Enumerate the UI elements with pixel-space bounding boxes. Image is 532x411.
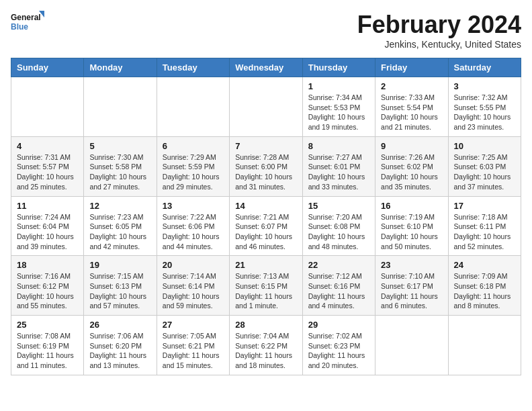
table-row: 1Sunrise: 7:34 AMSunset: 5:53 PMDaylight… [302,77,375,137]
day-number: 12 [89,201,150,211]
table-row: 29Sunrise: 7:02 AMSunset: 6:23 PMDayligh… [302,316,375,375]
day-number: 27 [163,320,224,330]
day-number: 6 [163,141,224,151]
day-info: Sunrise: 7:29 AMSunset: 5:59 PMDaylight:… [163,152,224,192]
table-row: 13Sunrise: 7:22 AMSunset: 6:06 PMDayligh… [157,196,229,256]
day-info: Sunrise: 7:18 AMSunset: 6:11 PMDaylight:… [454,212,515,252]
table-row: 20Sunrise: 7:14 AMSunset: 6:14 PMDayligh… [157,256,229,316]
day-number: 26 [89,320,150,330]
day-number: 7 [235,141,296,151]
day-number: 9 [381,141,442,151]
title-area: February 2024 Jenkins, Kentucky, United … [357,11,521,50]
table-row: 28Sunrise: 7:04 AMSunset: 6:22 PMDayligh… [230,316,302,375]
table-row: 9Sunrise: 7:26 AMSunset: 6:02 PMDaylight… [375,136,448,196]
day-info: Sunrise: 7:34 AMSunset: 5:53 PMDaylight:… [308,93,369,132]
day-info: Sunrise: 7:05 AMSunset: 6:21 PMDaylight:… [163,331,224,371]
header-thursday: Thursday [302,58,375,77]
header-monday: Monday [84,58,157,77]
day-info: Sunrise: 7:10 AMSunset: 6:17 PMDaylight:… [381,271,442,311]
day-number: 11 [17,201,78,211]
table-row: 25Sunrise: 7:08 AMSunset: 6:19 PMDayligh… [11,316,84,375]
table-row [230,77,302,137]
day-number: 18 [17,260,78,270]
day-number: 23 [381,260,442,270]
table-row: 17Sunrise: 7:18 AMSunset: 6:11 PMDayligh… [448,196,521,256]
day-info: Sunrise: 7:33 AMSunset: 5:54 PMDaylight:… [381,93,442,132]
day-info: Sunrise: 7:25 AMSunset: 6:03 PMDaylight:… [454,152,515,192]
table-row: 10Sunrise: 7:25 AMSunset: 6:03 PMDayligh… [448,136,521,196]
day-info: Sunrise: 7:21 AMSunset: 6:07 PMDaylight:… [235,212,296,252]
table-row: 3Sunrise: 7:32 AMSunset: 5:55 PMDaylight… [448,77,521,137]
day-number: 10 [454,141,515,151]
day-number: 14 [235,201,296,211]
header-wednesday: Wednesday [230,58,302,77]
table-row: 18Sunrise: 7:16 AMSunset: 6:12 PMDayligh… [11,256,84,316]
day-number: 21 [235,260,296,270]
day-info: Sunrise: 7:06 AMSunset: 6:20 PMDaylight:… [89,331,150,371]
day-number: 19 [89,260,150,270]
day-number: 2 [381,81,442,91]
weekday-header-row: Sunday Monday Tuesday Wednesday Thursday… [11,58,521,77]
table-row [157,77,229,137]
table-row: 11Sunrise: 7:24 AMSunset: 6:04 PMDayligh… [11,196,84,256]
day-info: Sunrise: 7:24 AMSunset: 6:04 PMDaylight:… [17,212,78,252]
day-number: 8 [308,141,369,151]
header-saturday: Saturday [448,58,521,77]
calendar-week-row: 18Sunrise: 7:16 AMSunset: 6:12 PMDayligh… [11,256,521,316]
day-info: Sunrise: 7:23 AMSunset: 6:05 PMDaylight:… [89,212,150,252]
table-row [375,316,448,375]
header-sunday: Sunday [11,58,84,77]
day-info: Sunrise: 7:26 AMSunset: 6:02 PMDaylight:… [381,152,442,192]
day-number: 3 [454,81,515,91]
day-info: Sunrise: 7:08 AMSunset: 6:19 PMDaylight:… [17,331,78,371]
day-info: Sunrise: 7:27 AMSunset: 6:01 PMDaylight:… [308,152,369,192]
table-row: 27Sunrise: 7:05 AMSunset: 6:21 PMDayligh… [157,316,229,375]
table-row: 15Sunrise: 7:20 AMSunset: 6:08 PMDayligh… [302,196,375,256]
day-info: Sunrise: 7:04 AMSunset: 6:22 PMDaylight:… [235,331,296,371]
day-number: 16 [381,201,442,211]
table-row: 6Sunrise: 7:29 AMSunset: 5:59 PMDaylight… [157,136,229,196]
day-number: 5 [89,141,150,151]
table-row: 26Sunrise: 7:06 AMSunset: 6:20 PMDayligh… [84,316,157,375]
table-row: 24Sunrise: 7:09 AMSunset: 6:18 PMDayligh… [448,256,521,316]
day-number: 29 [308,320,369,330]
day-info: Sunrise: 7:09 AMSunset: 6:18 PMDaylight:… [454,271,515,311]
table-row: 22Sunrise: 7:12 AMSunset: 6:16 PMDayligh… [302,256,375,316]
day-number: 20 [163,260,224,270]
day-info: Sunrise: 7:12 AMSunset: 6:16 PMDaylight:… [308,271,369,311]
day-info: Sunrise: 7:02 AMSunset: 6:23 PMDaylight:… [308,331,369,371]
month-title: February 2024 [357,11,521,39]
day-info: Sunrise: 7:22 AMSunset: 6:06 PMDaylight:… [163,212,224,252]
table-row: 16Sunrise: 7:19 AMSunset: 6:10 PMDayligh… [375,196,448,256]
logo: General Blue [11,11,44,35]
day-number: 4 [17,141,78,151]
day-info: Sunrise: 7:28 AMSunset: 6:00 PMDaylight:… [235,152,296,192]
location-title: Jenkins, Kentucky, United States [357,39,521,50]
day-number: 15 [308,201,369,211]
day-number: 28 [235,320,296,330]
svg-text:General: General [11,13,41,22]
day-number: 22 [308,260,369,270]
day-number: 17 [454,201,515,211]
table-row: 8Sunrise: 7:27 AMSunset: 6:01 PMDaylight… [302,136,375,196]
table-row: 2Sunrise: 7:33 AMSunset: 5:54 PMDaylight… [375,77,448,137]
table-row [11,77,84,137]
day-info: Sunrise: 7:30 AMSunset: 5:58 PMDaylight:… [89,152,150,192]
day-info: Sunrise: 7:20 AMSunset: 6:08 PMDaylight:… [308,212,369,252]
day-number: 1 [308,81,369,91]
calendar-week-row: 1Sunrise: 7:34 AMSunset: 5:53 PMDaylight… [11,77,521,137]
day-info: Sunrise: 7:14 AMSunset: 6:14 PMDaylight:… [163,271,224,311]
day-info: Sunrise: 7:13 AMSunset: 6:15 PMDaylight:… [235,271,296,311]
header-friday: Friday [375,58,448,77]
table-row [84,77,157,137]
day-info: Sunrise: 7:15 AMSunset: 6:13 PMDaylight:… [89,271,150,311]
day-number: 24 [454,260,515,270]
table-row: 14Sunrise: 7:21 AMSunset: 6:07 PMDayligh… [230,196,302,256]
logo-svg: General Blue [11,11,44,35]
header: General Blue February 2024 Jenkins, Kent… [11,11,521,50]
calendar-week-row: 4Sunrise: 7:31 AMSunset: 5:57 PMDaylight… [11,136,521,196]
table-row: 7Sunrise: 7:28 AMSunset: 6:00 PMDaylight… [230,136,302,196]
calendar-week-row: 11Sunrise: 7:24 AMSunset: 6:04 PMDayligh… [11,196,521,256]
calendar-week-row: 25Sunrise: 7:08 AMSunset: 6:19 PMDayligh… [11,316,521,375]
day-info: Sunrise: 7:31 AMSunset: 5:57 PMDaylight:… [17,152,78,192]
